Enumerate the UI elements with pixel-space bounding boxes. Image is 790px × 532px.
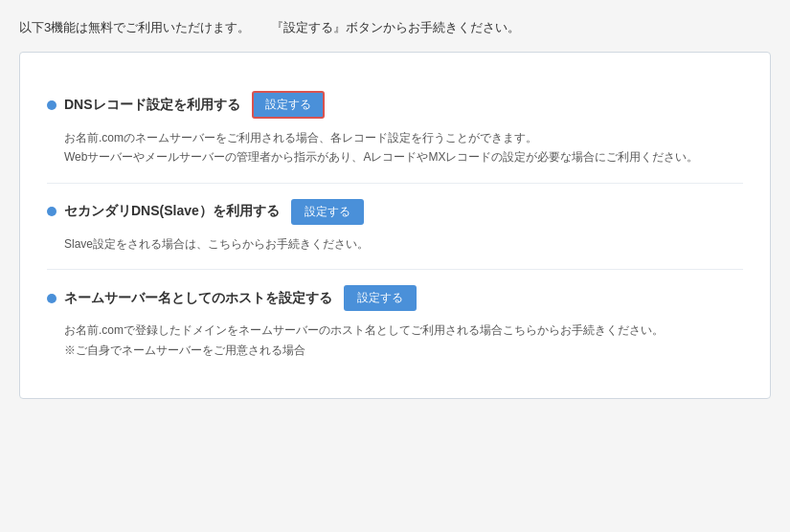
feature-title-row-1: DNSレコード設定を利用する 設定する [47, 91, 743, 119]
hostname-button[interactable]: 設定する [344, 285, 417, 311]
feature-title-row-2: セカンダリDNS(Slave）を利用する 設定する [47, 199, 743, 225]
feature-title-1: DNSレコード設定を利用する [64, 97, 240, 114]
feature-title-row-3: ネームサーバー名としてのホストを設定する 設定する [47, 285, 743, 311]
header-text2: 『設定する』ボタンからお手続きください。 [271, 20, 520, 34]
dot-icon-2 [47, 207, 56, 216]
feature-dns-record: DNSレコード設定を利用する 設定する お名前.comのネームサーバーをご利用さ… [47, 76, 743, 184]
feature-title-2: セカンダリDNS(Slave）を利用する [64, 203, 280, 220]
secondary-dns-button[interactable]: 設定する [291, 199, 364, 225]
feature-hostname: ネームサーバー名としてのホストを設定する 設定する お名前.comで登録したドメ… [47, 270, 743, 375]
feature-desc-3: お名前.comで登録したドメインをネームサーバーのホスト名としてご利用される場合… [64, 321, 743, 360]
feature-title-3: ネームサーバー名としてのホストを設定する [64, 290, 332, 307]
header-text1: 以下3機能は無料でご利用いただけます。 [19, 20, 250, 34]
page-header: 以下3機能は無料でご利用いただけます。 『設定する』ボタンからお手続きください。 [19, 19, 771, 36]
dot-icon-3 [47, 294, 56, 303]
dot-icon-1 [47, 100, 56, 110]
dns-record-button[interactable]: 設定する [252, 91, 325, 119]
feature-secondary-dns: セカンダリDNS(Slave）を利用する 設定する Slave設定をされる場合は… [47, 184, 743, 270]
main-card: DNSレコード設定を利用する 設定する お名前.comのネームサーバーをご利用さ… [19, 52, 771, 399]
feature-desc-1: お名前.comのネームサーバーをご利用される場合、各レコード設定を行うことができ… [64, 128, 743, 167]
feature-desc-2: Slave設定をされる場合は、こちらからお手続きください。 [64, 234, 743, 254]
